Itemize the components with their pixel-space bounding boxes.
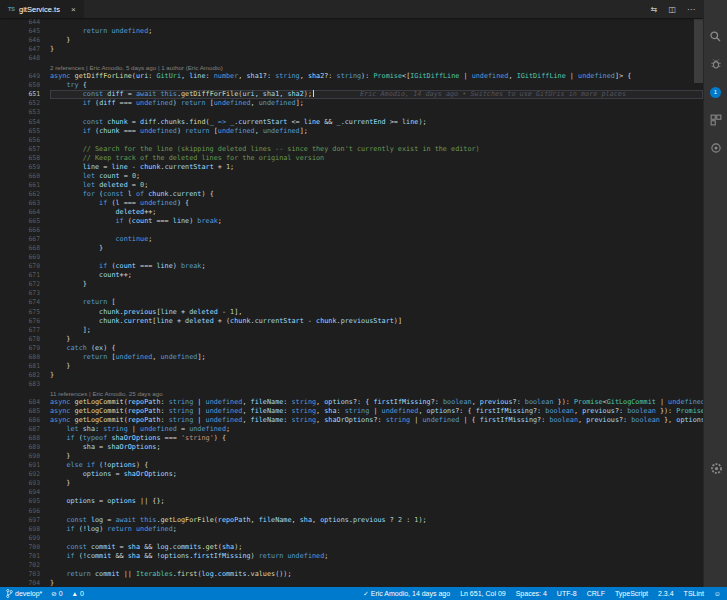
status-feedback[interactable]: ☺ bbox=[714, 590, 721, 597]
line-number[interactable]: 693 bbox=[0, 479, 50, 488]
editor-scrollbar[interactable] bbox=[694, 18, 703, 587]
code-line[interactable]: 652 if (diff === undefined) return [unde… bbox=[0, 99, 703, 108]
code-line[interactable]: 704} bbox=[0, 579, 703, 587]
status-language[interactable]: TypeScript bbox=[615, 590, 648, 597]
line-number[interactable]: 647 bbox=[0, 45, 50, 54]
line-number[interactable]: 671 bbox=[0, 271, 50, 280]
line-number[interactable]: 687 bbox=[0, 425, 50, 434]
line-number[interactable]: 700 bbox=[0, 543, 50, 552]
line-number[interactable]: 686 bbox=[0, 416, 50, 425]
line-number[interactable] bbox=[0, 63, 50, 72]
code-line[interactable]: 647} bbox=[0, 45, 703, 54]
status-errors[interactable]: ⊘0 bbox=[51, 590, 62, 598]
line-number[interactable]: 669 bbox=[0, 253, 50, 262]
line-number[interactable]: 696 bbox=[0, 507, 50, 516]
line-number[interactable]: 666 bbox=[0, 226, 50, 235]
code-line[interactable]: 666 bbox=[0, 226, 703, 235]
code-line[interactable]: 655 if (chunk === undefined) return [und… bbox=[0, 127, 703, 136]
line-number[interactable]: 688 bbox=[0, 434, 50, 443]
split-editor-icon[interactable]: ◫ bbox=[668, 5, 676, 14]
line-number[interactable]: 664 bbox=[0, 208, 50, 217]
line-number[interactable]: 660 bbox=[0, 172, 50, 181]
open-changes-icon[interactable]: ⇆ bbox=[651, 5, 658, 14]
line-number[interactable]: 670 bbox=[0, 262, 50, 271]
line-number[interactable]: 681 bbox=[0, 362, 50, 371]
code-line[interactable]: 678 } bbox=[0, 335, 703, 344]
code-line[interactable]: 686async getLogCommit(repoPath: string |… bbox=[0, 416, 703, 425]
code-line[interactable]: 703 return commit || Iterables.first(log… bbox=[0, 570, 703, 579]
code-line[interactable]: 667 continue; bbox=[0, 235, 703, 244]
code-line[interactable]: 644 bbox=[0, 18, 703, 27]
codelens-row[interactable]: 2 references | Eric Amodio, 5 days ago |… bbox=[0, 63, 703, 72]
code-line[interactable]: 682} bbox=[0, 371, 703, 380]
line-number[interactable]: 658 bbox=[0, 154, 50, 163]
code-line[interactable]: 658 // Keep track of the deleted lines f… bbox=[0, 154, 703, 163]
code-line[interactable]: 693 } bbox=[0, 479, 703, 488]
code-line[interactable]: 664 deleted++; bbox=[0, 208, 703, 217]
more-actions-icon[interactable]: ⋯ bbox=[687, 5, 695, 14]
line-number[interactable]: 661 bbox=[0, 181, 50, 190]
code-line[interactable]: 679 catch (ex) { bbox=[0, 344, 703, 353]
line-number[interactable]: 691 bbox=[0, 461, 50, 470]
line-number[interactable]: 654 bbox=[0, 118, 50, 127]
code-line[interactable]: 694 bbox=[0, 488, 703, 497]
status-encoding[interactable]: UTF-8 bbox=[557, 590, 577, 597]
code-line[interactable]: 687 let sha: string | undefined = undefi… bbox=[0, 425, 703, 434]
line-number[interactable]: 677 bbox=[0, 326, 50, 335]
code-line[interactable]: 684async getLogCommit(repoPath: string |… bbox=[0, 398, 703, 407]
code-line[interactable]: 653 bbox=[0, 108, 703, 117]
line-number[interactable]: 689 bbox=[0, 443, 50, 452]
code-line[interactable]: 671 count++; bbox=[0, 271, 703, 280]
code-line[interactable]: 696 bbox=[0, 507, 703, 516]
line-number[interactable]: 694 bbox=[0, 488, 50, 497]
line-number[interactable]: 697 bbox=[0, 516, 50, 525]
line-number[interactable]: 674 bbox=[0, 298, 50, 307]
line-number[interactable]: 665 bbox=[0, 217, 50, 226]
code-line[interactable]: 699 bbox=[0, 534, 703, 543]
status-eol[interactable]: CRLF bbox=[587, 590, 605, 597]
line-number[interactable]: 679 bbox=[0, 344, 50, 353]
code-line[interactable]: 698 if (!log) return undefined; bbox=[0, 525, 703, 534]
line-number[interactable]: 663 bbox=[0, 199, 50, 208]
code-line[interactable]: 649async getDiffForLine(uri: GitUri, lin… bbox=[0, 72, 703, 81]
line-number[interactable]: 649 bbox=[0, 72, 50, 81]
code-line[interactable]: 677 ]; bbox=[0, 326, 703, 335]
line-number[interactable]: 652 bbox=[0, 99, 50, 108]
line-number[interactable]: 645 bbox=[0, 27, 50, 36]
line-number[interactable]: 684 bbox=[0, 398, 50, 407]
code-line[interactable]: 669 bbox=[0, 253, 703, 262]
code-line[interactable]: 660 let count = 0; bbox=[0, 172, 703, 181]
code-line[interactable]: 668 } bbox=[0, 244, 703, 253]
source-control-icon[interactable]: 1 bbox=[704, 84, 727, 100]
extensions-icon[interactable] bbox=[704, 112, 727, 128]
code-line[interactable]: 675 chunk.previous[line + deleted - 1], bbox=[0, 308, 703, 317]
line-number[interactable]: 667 bbox=[0, 235, 50, 244]
code-line[interactable]: 697 const log = await this.getLogForFile… bbox=[0, 516, 703, 525]
status-tslint[interactable]: TSLint bbox=[684, 590, 704, 597]
line-number[interactable]: 651 bbox=[0, 90, 50, 99]
line-number[interactable]: 672 bbox=[0, 280, 50, 289]
line-number[interactable]: 692 bbox=[0, 470, 50, 479]
code-line[interactable]: 674 return [ bbox=[0, 298, 703, 307]
code-line[interactable]: 673 bbox=[0, 289, 703, 298]
line-number[interactable]: 644 bbox=[0, 18, 50, 27]
code-line[interactable]: 648 bbox=[0, 54, 703, 63]
line-number[interactable]: 650 bbox=[0, 81, 50, 90]
code-line[interactable]: 691 else if (!options) { bbox=[0, 461, 703, 470]
status-indentation[interactable]: Spaces: 4 bbox=[516, 590, 547, 597]
tab-gitservice-ts[interactable]: TS gitService.ts × bbox=[0, 0, 84, 18]
close-icon[interactable]: × bbox=[71, 5, 76, 14]
line-number[interactable]: 683 bbox=[0, 380, 50, 389]
line-number[interactable]: 685 bbox=[0, 407, 50, 416]
codelens-row[interactable]: 11 references | Eric Amodio, 25 days ago bbox=[0, 389, 703, 398]
code-line[interactable]: 663 if (l === undefined) { bbox=[0, 199, 703, 208]
scrollbar-thumb[interactable] bbox=[694, 19, 703, 83]
editor[interactable]: 644645 return undefined;646 }647}6482 re… bbox=[0, 18, 703, 587]
code-line[interactable]: 689 sha = shaOrOptions; bbox=[0, 443, 703, 452]
line-number[interactable]: 668 bbox=[0, 244, 50, 253]
line-number[interactable]: 699 bbox=[0, 534, 50, 543]
line-number[interactable]: 678 bbox=[0, 335, 50, 344]
line-number[interactable]: 701 bbox=[0, 552, 50, 561]
line-number[interactable]: 695 bbox=[0, 497, 50, 506]
code-line[interactable]: 645 return undefined; bbox=[0, 27, 703, 36]
